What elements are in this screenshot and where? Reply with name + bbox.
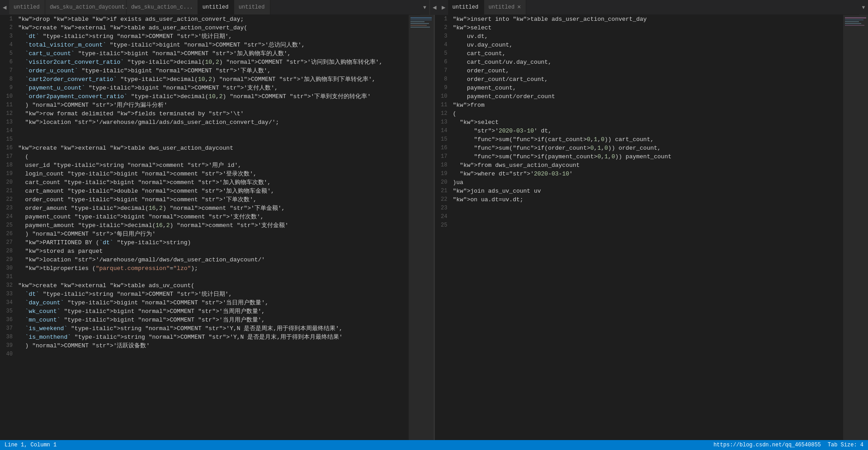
tab-nav-left[interactable]: ◀ (0, 0, 9, 15)
table-row: 5 `cart_u_count` "type-italic">bigint "n… (0, 49, 404, 58)
tab-right-untitled[interactable]: untitled× (484, 0, 526, 14)
line-number: 19 (435, 170, 453, 178)
tab-nav-right-right[interactable]: ▶ (439, 0, 448, 15)
table-row: 10 `order2payment_convert_ratio` "type-i… (0, 92, 404, 101)
tab-nav-right-left[interactable]: ◀ (430, 0, 439, 15)
tab-overflow-btn[interactable]: ▼ (420, 0, 429, 15)
line-content: `is_monthend` "type-italic">string "norm… (18, 333, 404, 341)
line-number: 25 (435, 221, 453, 230)
table-row: 11"kw">from (435, 101, 839, 109)
line-number: 7 (435, 66, 453, 75)
table-row: 27 "kw">PARTITIONED BY (`dt` "type-itali… (0, 238, 404, 247)
code-area-right[interactable]: 1"kw">insert into "kw">table ads_user_ac… (435, 15, 868, 440)
table-row: 3 `dt` "type-italic">string "normal">COM… (0, 32, 404, 41)
tab-right-untitled[interactable]: untitled (448, 0, 484, 14)
table-row: 22 order_count "type-italic">bigint "nor… (0, 195, 404, 204)
line-number: 14 (435, 127, 453, 135)
line-content: "kw">create "kw">external "kw">table ads… (18, 24, 404, 32)
tab-left-untitled[interactable]: untitled (9, 0, 45, 14)
line-number: 8 (435, 75, 453, 84)
line-number: 32 (0, 281, 18, 290)
line-number: 25 (0, 221, 18, 230)
table-row: 1"kw">insert into "kw">table ads_user_ac… (435, 15, 839, 24)
table-row: 12 "kw">row format delimited "kw">fields… (0, 109, 404, 118)
line-number: 29 (0, 256, 18, 264)
line-content: order_count "type-italic">bigint "normal… (18, 195, 404, 204)
table-row: 33 `dt` "type-italic">string "normal">CO… (0, 290, 404, 298)
editor-pane-left: 1"kw">drop "kw">table "kw">if exists ads… (0, 15, 434, 440)
line-number: 16 (435, 144, 453, 152)
line-content: uv.dt, (453, 32, 839, 41)
line-number: 11 (435, 101, 453, 109)
line-content: `cart2order_convert_ratio` "type-italic"… (18, 75, 404, 84)
line-content: payment_count, (453, 84, 839, 92)
line-content: `dt` "type-italic">string "normal">COMME… (18, 32, 404, 41)
tab-overflow-right[interactable]: ▼ (859, 0, 868, 15)
line-number: 19 (0, 170, 18, 178)
tab-left-untitled[interactable]: untitled (234, 0, 270, 14)
line-content: "kw">row format delimited "kw">fields te… (18, 109, 404, 118)
line-content: uv.day_count, (453, 41, 839, 49)
line-number: 10 (435, 92, 453, 101)
line-content: "func">sum("func">if(order_count>0,1,0))… (453, 144, 839, 152)
table-row: 13 "kw">select (435, 118, 839, 127)
table-row: 25 (435, 221, 839, 230)
table-row: 34 `day_count` "type-italic">bigint "nor… (0, 298, 404, 307)
table-row: 17 "func">sum("func">if(payment_count>0,… (435, 152, 839, 161)
tab-close-icon[interactable]: × (517, 4, 521, 10)
line-content: "kw">select (453, 118, 839, 127)
table-row: 6 `visitor2cart_convert_ratio` "type-ita… (0, 58, 404, 66)
line-content: `dt` "type-italic">string "normal">COMME… (18, 290, 404, 298)
line-number: 21 (435, 187, 453, 195)
table-row: 37 `is_weekend` "type-italic">string "no… (0, 324, 404, 333)
line-number: 20 (0, 178, 18, 187)
line-content: ) "normal">COMMENT "str">'用户行为漏斗分析' (18, 101, 404, 109)
line-content: )ua (453, 178, 839, 187)
line-content: "kw">join ads_uv_count uv (453, 187, 839, 195)
table-row: 8 `cart2order_convert_ratio` "type-itali… (0, 75, 404, 84)
line-content: login_count "type-italic">bigint "normal… (18, 170, 404, 178)
line-number: 11 (0, 101, 18, 109)
table-row: 40 (0, 350, 404, 359)
table-row: 2"kw">select (435, 24, 839, 32)
line-content: "kw">where dt="str">'2020-03-10' (453, 170, 839, 178)
line-content: "kw">on ua.dt=uv.dt; (453, 195, 839, 204)
global-tab-bar: ◀ untitleddws_sku_action_daycount.sku_id… (0, 0, 868, 15)
tab-left-dws-sku-action-c---[interactable]: dws_sku_action_c... (127, 0, 198, 14)
line-content: "str">'2020-03-10' dt, (453, 127, 839, 135)
line-number: 13 (0, 118, 18, 127)
table-row: 24 (435, 213, 839, 221)
table-row: 11 ) "normal">COMMENT "str">'用户行为漏斗分析' (0, 101, 404, 109)
line-content: order_count, (453, 66, 839, 75)
line-content: order_count/cart_count, (453, 75, 839, 84)
line-number: 23 (435, 204, 453, 213)
line-content: `order_u_count` "type-italic">bigint "no… (18, 66, 404, 75)
line-content: "func">sum("func">if(cart_count>0,1,0)) … (453, 135, 839, 144)
table-row: 23 (435, 204, 839, 213)
table-row: 17 ( (0, 152, 404, 161)
line-content: "kw">from dws_user_action_daycount (453, 161, 839, 170)
code-area-left[interactable]: 1"kw">drop "kw">table "kw">if exists ads… (0, 15, 434, 440)
editor-pane-right: 1"kw">insert into "kw">table ads_user_ac… (435, 15, 868, 440)
table-row: 3 uv.dt, (435, 32, 839, 41)
table-row: 12( (435, 109, 839, 118)
line-number: 22 (435, 195, 453, 204)
table-row: 38 `is_monthend` "type-italic">string "n… (0, 333, 404, 341)
line-number: 33 (0, 290, 18, 298)
line-number: 24 (0, 213, 18, 221)
line-content: payment_amount "type-italic">decimal(16,… (18, 221, 404, 230)
tab-left-untitled[interactable]: untitled (198, 0, 234, 14)
line-content: `visitor2cart_convert_ratio` "type-itali… (18, 58, 404, 66)
minimap-right (843, 15, 868, 440)
line-number: 16 (0, 144, 18, 152)
line-number: 26 (0, 230, 18, 238)
line-number: 12 (0, 109, 18, 118)
line-number: 21 (0, 187, 18, 195)
line-content: `payment_u_count` "type-italic">bigint "… (18, 84, 404, 92)
line-number: 5 (435, 49, 453, 58)
line-content: "kw">select (453, 24, 839, 32)
line-content: "kw">from (453, 101, 839, 109)
tab-left-dws-sku-action-daycount-sku-id[interactable]: dws_sku_action_daycount.sku_id (45, 0, 127, 14)
line-number: 17 (435, 152, 453, 161)
table-row: 18 "kw">from dws_user_action_daycount (435, 161, 839, 170)
